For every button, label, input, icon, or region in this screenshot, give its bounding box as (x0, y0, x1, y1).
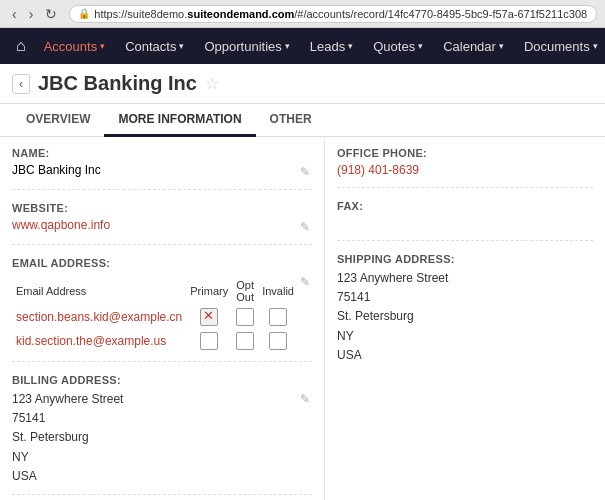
tab-more-information[interactable]: MORE INFORMATION (104, 104, 255, 137)
reload-button[interactable]: ↻ (41, 4, 61, 24)
billing-section: BILLING ADDRESS: 123 Anywhere Street 751… (12, 374, 312, 495)
back-button[interactable]: ‹ (8, 4, 21, 24)
nav-leads[interactable]: Leads ▾ (300, 28, 363, 64)
tabs-bar: OVERVIEW MORE INFORMATION OTHER (0, 104, 605, 137)
name-value: JBC Banking Inc (12, 163, 298, 177)
website-value[interactable]: www.qapbone.info (12, 218, 298, 234)
email-edit-icon[interactable]: ✎ (298, 273, 312, 291)
nav-contacts[interactable]: Contacts ▾ (115, 28, 194, 64)
office-phone-section: OFFICE PHONE: (918) 401-8639 (337, 147, 593, 188)
billing-label: BILLING ADDRESS: (12, 374, 312, 386)
billing-content: 123 Anywhere Street 75141 St. Petersburg… (12, 390, 298, 486)
fax-value (337, 216, 593, 232)
email-invalid-checkbox[interactable] (258, 329, 298, 353)
nav-bar: ⌂ Accounts ▾ Contacts ▾ Opportunities ▾ … (0, 28, 605, 64)
shipping-state: NY (337, 327, 593, 346)
website-edit-icon[interactable]: ✎ (298, 218, 312, 236)
lock-icon: 🔒 (78, 8, 90, 19)
left-column: NAME: JBC Banking Inc ✎ WEBSITE: www.qap… (0, 137, 325, 500)
name-row: JBC Banking Inc ✎ (12, 163, 312, 181)
content-area: NAME: JBC Banking Inc ✎ WEBSITE: www.qap… (0, 137, 605, 500)
favorite-icon[interactable]: ☆ (205, 74, 219, 93)
shipping-street: 123 Anywhere Street (337, 269, 593, 288)
nav-calendar[interactable]: Calendar ▾ (433, 28, 514, 64)
email-optout-checkbox[interactable] (232, 305, 258, 329)
shipping-zip: 75141 (337, 288, 593, 307)
page-title: JBC Banking Inc (38, 72, 197, 95)
email-address[interactable]: kid.section.the@example.us (12, 329, 186, 353)
email-col-address: Email Address (12, 277, 186, 305)
calendar-caret: ▾ (499, 41, 504, 51)
email-col-optout: Opt Out (232, 277, 258, 305)
tab-other[interactable]: OTHER (256, 104, 326, 137)
url-text: https://suite8demo.suiteondemand.com/#/a… (94, 8, 587, 20)
forward-button[interactable]: › (25, 4, 38, 24)
two-column-layout: NAME: JBC Banking Inc ✎ WEBSITE: www.qap… (0, 137, 605, 500)
email-primary-checkbox[interactable] (186, 305, 232, 329)
billing-edit-icon[interactable]: ✎ (298, 390, 312, 408)
billing-zip: 75141 (12, 409, 298, 428)
email-primary-checkbox[interactable] (186, 329, 232, 353)
billing-country: USA (12, 467, 298, 486)
nav-opportunities[interactable]: Opportunities ▾ (194, 28, 299, 64)
browser-controls: ‹ › ↻ (8, 4, 61, 24)
name-label: NAME: (12, 147, 312, 159)
billing-street: 123 Anywhere Street (12, 390, 298, 409)
email-invalid-checkbox[interactable] (258, 305, 298, 329)
email-row: Email Address Primary Opt Out Invalid se… (12, 273, 312, 353)
website-section: WEBSITE: www.qapbone.info ✎ (12, 202, 312, 245)
email-section: EMAIL ADDRESS: Email Address Primary Opt… (12, 257, 312, 362)
leads-caret: ▾ (348, 41, 353, 51)
email-row: section.beans.kid@example.cn (12, 305, 298, 329)
tab-overview[interactable]: OVERVIEW (12, 104, 104, 137)
email-optout-checkbox[interactable] (232, 329, 258, 353)
shipping-content: 123 Anywhere Street 75141 St. Petersburg… (337, 269, 593, 365)
billing-row: 123 Anywhere Street 75141 St. Petersburg… (12, 390, 312, 486)
website-label: WEBSITE: (12, 202, 312, 214)
right-column: OFFICE PHONE: (918) 401-8639 FAX: SHIPPI… (325, 137, 605, 500)
office-phone-value[interactable]: (918) 401-8639 (337, 163, 593, 179)
contacts-caret: ▾ (179, 41, 184, 51)
address-bar[interactable]: 🔒 https://suite8demo.suiteondemand.com/#… (69, 5, 597, 23)
billing-state: NY (12, 448, 298, 467)
url-domain: suiteondemand.com (187, 8, 294, 20)
email-content: Email Address Primary Opt Out Invalid se… (12, 273, 298, 353)
quotes-caret: ▾ (418, 41, 423, 51)
email-row: kid.section.the@example.us (12, 329, 298, 353)
email-col-invalid: Invalid (258, 277, 298, 305)
shipping-city: St. Petersburg (337, 307, 593, 326)
documents-caret: ▾ (593, 41, 598, 51)
shipping-section: SHIPPING ADDRESS: 123 Anywhere Street 75… (337, 253, 593, 373)
nav-documents[interactable]: Documents ▾ (514, 28, 605, 64)
fax-section: FAX: (337, 200, 593, 241)
page-header: ‹ JBC Banking Inc ☆ (0, 64, 605, 104)
shipping-label: SHIPPING ADDRESS: (337, 253, 593, 265)
email-label: EMAIL ADDRESS: (12, 257, 312, 269)
opportunities-caret: ▾ (285, 41, 290, 51)
website-row: www.qapbone.info ✎ (12, 218, 312, 236)
name-edit-icon[interactable]: ✎ (298, 163, 312, 181)
browser-bar: ‹ › ↻ 🔒 https://suite8demo.suiteondemand… (0, 0, 605, 28)
nav-quotes[interactable]: Quotes ▾ (363, 28, 433, 64)
fax-label: FAX: (337, 200, 593, 212)
office-phone-label: OFFICE PHONE: (337, 147, 593, 159)
shipping-country: USA (337, 346, 593, 365)
email-address[interactable]: section.beans.kid@example.cn (12, 305, 186, 329)
billing-city: St. Petersburg (12, 428, 298, 447)
nav-accounts[interactable]: Accounts ▾ (34, 28, 115, 64)
name-section: NAME: JBC Banking Inc ✎ (12, 147, 312, 190)
page-back-button[interactable]: ‹ (12, 74, 30, 94)
home-button[interactable]: ⌂ (8, 33, 34, 59)
email-table: Email Address Primary Opt Out Invalid se… (12, 277, 298, 353)
accounts-caret: ▾ (100, 41, 105, 51)
email-col-primary: Primary (186, 277, 232, 305)
